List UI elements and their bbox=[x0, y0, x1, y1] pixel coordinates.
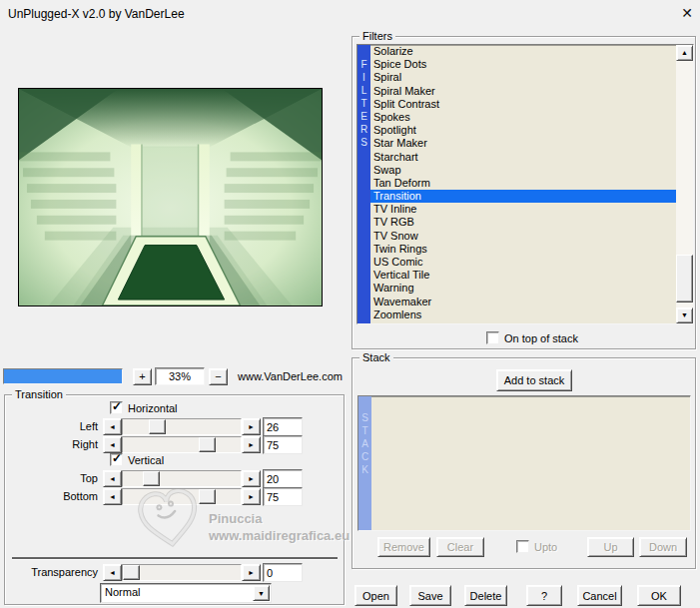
slider-label-left: Left bbox=[0, 420, 98, 432]
slider-row-bottom: Bottom ◄ ► bbox=[0, 488, 345, 506]
save-button[interactable]: Save bbox=[409, 585, 451, 606]
stack-listframe: STACK bbox=[357, 395, 691, 531]
slider-thumb-transparency[interactable] bbox=[123, 565, 140, 580]
open-button[interactable]: Open bbox=[354, 585, 397, 606]
slider-label-right: Right bbox=[0, 438, 98, 450]
add-to-stack-button[interactable]: Add to stack bbox=[496, 369, 572, 391]
filter-item-us-comic[interactable]: US Comic bbox=[370, 256, 676, 269]
dropdown-arrow-icon[interactable]: ▼ bbox=[253, 585, 270, 601]
filter-item-spotlight[interactable]: Spotlight bbox=[370, 124, 676, 137]
right-arrow-icon[interactable]: ► bbox=[242, 564, 261, 581]
filters-list[interactable]: SolarizeSpice DotsSpiralSpiral MakerSpli… bbox=[370, 45, 676, 323]
window-title: UnPlugged-X v2.0 by VanDerLee bbox=[8, 7, 185, 21]
slider-track-top[interactable] bbox=[122, 470, 242, 487]
slider-track-bottom[interactable] bbox=[122, 488, 242, 505]
filters-side-bar: FILTERS bbox=[357, 45, 370, 323]
upto-checkbox: ✓ Upto bbox=[516, 540, 557, 553]
filter-item-starchart[interactable]: Starchart bbox=[370, 151, 676, 164]
slider-thumb-bottom[interactable] bbox=[199, 489, 216, 504]
zoom-in-button[interactable]: + bbox=[133, 368, 152, 385]
filter-item-spokes[interactable]: Spokes bbox=[370, 111, 676, 124]
filter-item-twin-rings[interactable]: Twin Rings bbox=[370, 243, 676, 256]
remove-button: Remove bbox=[377, 537, 430, 557]
slider-track-transparency[interactable] bbox=[122, 564, 242, 581]
stack-side-bar: STACK bbox=[358, 396, 371, 530]
right-arrow-icon[interactable]: ► bbox=[242, 418, 261, 435]
slider-thumb-left[interactable] bbox=[149, 419, 166, 434]
filter-item-star-maker[interactable]: Star Maker bbox=[370, 137, 676, 150]
filter-item-split-contrast[interactable]: Split Contrast bbox=[370, 98, 676, 111]
slider-thumb-top[interactable] bbox=[143, 471, 160, 486]
value-input-left[interactable] bbox=[263, 417, 303, 436]
right-arrow-icon[interactable]: ► bbox=[242, 470, 261, 487]
stack-list[interactable] bbox=[371, 396, 690, 530]
scroll-up-icon[interactable]: ▲ bbox=[676, 45, 693, 61]
clear-button: Clear bbox=[436, 537, 484, 557]
divider bbox=[12, 557, 338, 560]
filter-item-warning[interactable]: Warning bbox=[370, 282, 676, 295]
right-arrow-icon[interactable]: ► bbox=[242, 436, 261, 453]
help-button[interactable]: ? bbox=[526, 585, 562, 606]
vertical-checkbox[interactable]: ✓ Vertical bbox=[110, 453, 164, 466]
slider-thumb-right[interactable] bbox=[199, 437, 216, 452]
slider-track-left[interactable] bbox=[122, 418, 242, 435]
filter-item-tan-deform[interactable]: Tan Deform bbox=[370, 177, 676, 190]
checkbox-box: ✓ bbox=[486, 331, 499, 344]
horizontal-checkbox[interactable]: ✓ Horizontal bbox=[110, 401, 178, 414]
blend-mode-value: Normal bbox=[105, 586, 140, 598]
on-top-of-stack-checkbox[interactable]: ✓ On top of stack bbox=[486, 331, 578, 344]
filter-item-tv-inline[interactable]: TV Inline bbox=[370, 203, 676, 216]
filters-scrollbar[interactable]: ▲ ▼ bbox=[676, 45, 693, 323]
cancel-button[interactable]: Cancel bbox=[577, 585, 622, 606]
zoom-out-button[interactable]: − bbox=[209, 368, 228, 385]
filter-item-swap[interactable]: Swap bbox=[370, 164, 676, 177]
value-input-right[interactable] bbox=[263, 435, 303, 454]
checkbox-box: ✓ bbox=[516, 540, 529, 553]
filter-item-wavemaker[interactable]: Wavemaker bbox=[370, 296, 676, 308]
scroll-down-icon[interactable]: ▼ bbox=[676, 307, 693, 323]
transition-group-label: Transition bbox=[12, 387, 66, 401]
filters-listframe: FILTERS SolarizeSpice DotsSpiralSpiral M… bbox=[356, 44, 694, 324]
ok-button[interactable]: OK bbox=[637, 585, 681, 606]
slider-row-right: Right ◄ ► bbox=[0, 436, 345, 454]
value-input-top[interactable] bbox=[263, 469, 303, 488]
filter-item-tv-rgb[interactable]: TV RGB bbox=[370, 216, 676, 229]
slider-label-top: Top bbox=[0, 472, 98, 484]
filter-item-tv-snow[interactable]: TV Snow bbox=[370, 230, 676, 243]
filter-item-spice-dots[interactable]: Spice Dots bbox=[370, 58, 676, 71]
filter-item-zoomlens[interactable]: Zoomlens bbox=[370, 308, 676, 321]
slider-track-right[interactable] bbox=[122, 436, 242, 453]
value-input-bottom[interactable] bbox=[263, 487, 303, 506]
filter-item-spiral-maker[interactable]: Spiral Maker bbox=[370, 85, 676, 98]
preview-image bbox=[19, 89, 322, 305]
zoom-level-display: 33% bbox=[155, 367, 205, 385]
slider-row-left: Left ◄ ► bbox=[0, 418, 345, 436]
checkbox-box: ✓ bbox=[110, 401, 123, 414]
scrollbar-thumb[interactable] bbox=[676, 255, 693, 303]
left-arrow-icon[interactable]: ◄ bbox=[103, 470, 122, 487]
progress-bar bbox=[3, 368, 123, 384]
filter-item-vertical-tile[interactable]: Vertical Tile bbox=[370, 269, 676, 282]
delete-button[interactable]: Delete bbox=[464, 585, 507, 606]
blend-mode-select[interactable]: Normal ▼ bbox=[100, 583, 272, 603]
slider-row-top: Top ◄ ► bbox=[0, 470, 345, 488]
slider-label-transparency: Transparency bbox=[0, 566, 98, 578]
on-top-of-stack-label: On top of stack bbox=[504, 332, 578, 344]
preview-panel[interactable] bbox=[18, 88, 323, 306]
right-arrow-icon[interactable]: ► bbox=[242, 488, 261, 505]
filter-item-transition[interactable]: Transition bbox=[370, 190, 676, 203]
check-icon: ✓ bbox=[112, 451, 122, 465]
vertical-checkbox-label: Vertical bbox=[128, 454, 164, 466]
checkbox-box: ✓ bbox=[110, 453, 123, 466]
check-icon: ✓ bbox=[112, 399, 122, 413]
close-icon[interactable]: ✕ bbox=[677, 3, 697, 23]
unplugged-x-dialog: UnPlugged-X v2.0 by VanDerLee ✕ bbox=[0, 0, 700, 608]
filter-item-solarize[interactable]: Solarize bbox=[370, 45, 676, 58]
left-arrow-icon[interactable]: ◄ bbox=[103, 418, 122, 435]
filter-item-spiral[interactable]: Spiral bbox=[370, 71, 676, 84]
left-arrow-icon[interactable]: ◄ bbox=[103, 564, 122, 581]
left-arrow-icon[interactable]: ◄ bbox=[103, 488, 122, 505]
horizontal-checkbox-label: Horizontal bbox=[128, 402, 178, 414]
down-button: Down bbox=[639, 537, 687, 557]
value-input-transparency[interactable] bbox=[263, 563, 303, 582]
